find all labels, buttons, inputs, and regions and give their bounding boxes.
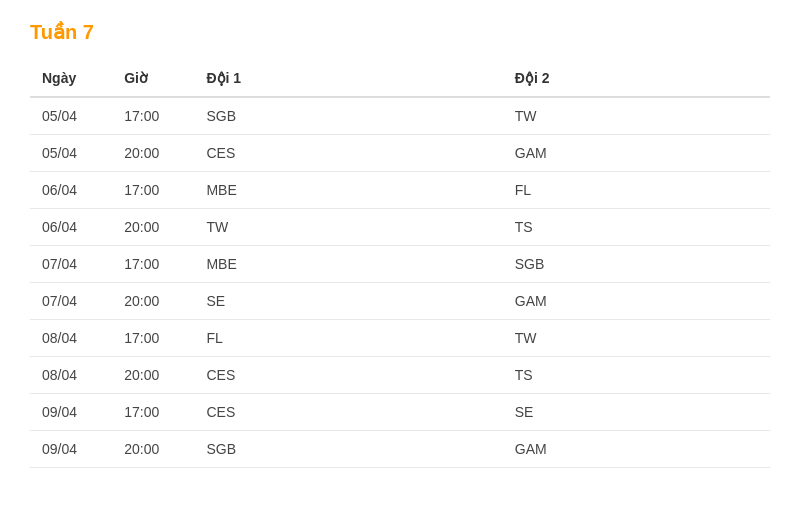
cell-team1: SE (194, 283, 502, 320)
table-row: 08/0420:00CESTS (30, 357, 770, 394)
cell-team1: MBE (194, 172, 502, 209)
table-row: 05/0417:00SGBTW (30, 97, 770, 135)
cell-date: 07/04 (30, 246, 112, 283)
cell-team1: CES (194, 357, 502, 394)
header-date: Ngày (30, 60, 112, 97)
cell-team2: SGB (503, 246, 770, 283)
cell-date: 06/04 (30, 172, 112, 209)
cell-team2: TS (503, 357, 770, 394)
cell-team1: MBE (194, 246, 502, 283)
cell-time: 20:00 (112, 357, 194, 394)
table-row: 07/0417:00MBESGB (30, 246, 770, 283)
cell-team2: FL (503, 172, 770, 209)
cell-date: 08/04 (30, 357, 112, 394)
table-header-row: Ngày Giờ Đội 1 Đội 2 (30, 60, 770, 97)
cell-time: 20:00 (112, 209, 194, 246)
cell-time: 17:00 (112, 320, 194, 357)
table-row: 05/0420:00CESGAM (30, 135, 770, 172)
cell-team2: TW (503, 320, 770, 357)
cell-time: 17:00 (112, 172, 194, 209)
cell-date: 09/04 (30, 431, 112, 468)
cell-date: 06/04 (30, 209, 112, 246)
cell-team2: TS (503, 209, 770, 246)
cell-time: 17:00 (112, 394, 194, 431)
cell-date: 07/04 (30, 283, 112, 320)
cell-date: 08/04 (30, 320, 112, 357)
table-row: 09/0420:00SGBGAM (30, 431, 770, 468)
cell-team1: FL (194, 320, 502, 357)
cell-team1: SGB (194, 431, 502, 468)
header-time: Giờ (112, 60, 194, 97)
cell-team2: TW (503, 97, 770, 135)
cell-time: 20:00 (112, 135, 194, 172)
table-row: 09/0417:00CESSE (30, 394, 770, 431)
cell-team1: TW (194, 209, 502, 246)
cell-date: 05/04 (30, 97, 112, 135)
schedule-table: Ngày Giờ Đội 1 Đội 2 05/0417:00SGBTW05/0… (30, 60, 770, 468)
cell-team2: GAM (503, 431, 770, 468)
cell-team1: CES (194, 135, 502, 172)
cell-team2: GAM (503, 135, 770, 172)
cell-team1: SGB (194, 97, 502, 135)
table-row: 06/0417:00MBEFL (30, 172, 770, 209)
header-team2: Đội 2 (503, 60, 770, 97)
cell-time: 20:00 (112, 431, 194, 468)
cell-time: 17:00 (112, 246, 194, 283)
table-row: 07/0420:00SEGAM (30, 283, 770, 320)
cell-time: 17:00 (112, 97, 194, 135)
cell-time: 20:00 (112, 283, 194, 320)
cell-date: 05/04 (30, 135, 112, 172)
table-row: 06/0420:00TWTS (30, 209, 770, 246)
cell-team1: CES (194, 394, 502, 431)
header-team1: Đội 1 (194, 60, 502, 97)
cell-team2: SE (503, 394, 770, 431)
cell-date: 09/04 (30, 394, 112, 431)
table-row: 08/0417:00FLTW (30, 320, 770, 357)
page-title: Tuần 7 (30, 20, 770, 44)
cell-team2: GAM (503, 283, 770, 320)
